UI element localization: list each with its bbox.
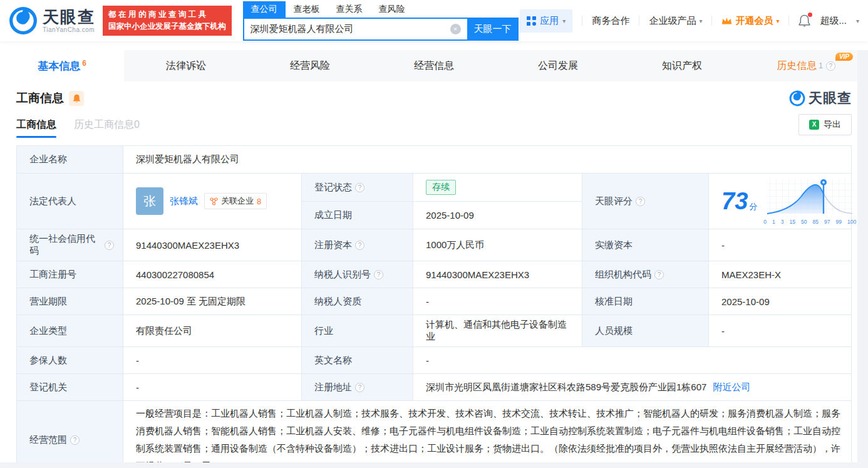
caret-down-icon: ▾ xyxy=(562,18,566,24)
help-icon[interactable]: ? xyxy=(654,270,664,279)
nearby-companies-link[interactable]: 附近公司 xyxy=(713,382,750,392)
help-icon[interactable]: ? xyxy=(826,61,835,71)
credit-code-value: 91440300MAEX23EHX3 xyxy=(123,229,302,261)
english-name-value: - xyxy=(413,347,852,374)
english-name-label: 英文名称 xyxy=(302,347,413,374)
promo-banner: 都 在 用 的 商 业 查 询 工 具 国家中小企业发展子基金旗下机构 xyxy=(103,6,232,36)
help-icon[interactable]: ? xyxy=(636,197,645,206)
insured-count-value: - xyxy=(123,347,302,374)
tab-basic-info[interactable]: 基本信息 6 xyxy=(0,50,124,81)
related-count: 8 xyxy=(257,197,261,206)
org-code-label: 组织机构代码 ? xyxy=(582,261,709,288)
tab-business-info[interactable]: 经营信息 xyxy=(372,50,496,81)
tab-company-development[interactable]: 公司发展 xyxy=(496,50,620,81)
notification-bell-icon[interactable] xyxy=(798,14,810,27)
section-title: 工商信息 xyxy=(16,90,64,107)
score-label: 天眼评分 ? xyxy=(582,174,709,229)
reg-authority-label: 登记机关 xyxy=(17,374,123,401)
tianyancha-logo-icon xyxy=(789,90,805,107)
vip-badge: VIP xyxy=(835,53,853,61)
subscribe-bell-button[interactable] xyxy=(69,91,84,106)
approval-date-value: 2025-10-09 xyxy=(709,288,852,315)
header: 天眼查 TianYanCha.com 都 在 用 的 商 业 查 询 工 具 国… xyxy=(0,0,868,41)
subtab-history-business-info[interactable]: 历史工商信息0 xyxy=(74,118,140,138)
tab-intellectual-property[interactable]: 知识产权 xyxy=(620,50,744,81)
row-reg-authority: 登记机关 - 注册地址 ? 深圳市光明区凤凰街道塘家社区科农路589号爱克股份产… xyxy=(17,374,852,401)
nav-enterprise-products[interactable]: 企业级产品 ▾ xyxy=(649,15,702,27)
help-icon[interactable]: ? xyxy=(355,183,364,192)
legal-rep-avatar[interactable]: 张 xyxy=(136,187,163,215)
caret-down-icon: ▾ xyxy=(699,18,702,24)
taxpayer-id-label: 纳税人识别号 ? xyxy=(302,261,413,288)
tab-operational-risk[interactable]: 经营风险 xyxy=(248,50,372,81)
row-business-scope: 经营范围 ? 一般经营项目是：工业机器人销售；工业机器人制造；技术服务、技术开发… xyxy=(17,401,852,468)
staff-size-label: 人员规模 xyxy=(582,315,709,347)
main-content: 工商信息 天眼查 工商信息 历史工商信息0 xyxy=(0,89,868,468)
bottom-scrollbar-gutter[interactable] xyxy=(0,462,868,468)
row-legal-rep: 法定代表人 张 张锋斌 xyxy=(17,174,852,202)
staff-size-value: - xyxy=(709,315,852,347)
industry-label: 行业 xyxy=(302,315,413,347)
nav-cooperation[interactable]: 商务合作 xyxy=(592,15,629,27)
row-company-type: 企业类型 有限责任公司 行业 计算机、通信和其他电子设备制造业 人员规模 - xyxy=(17,315,852,347)
search-input[interactable] xyxy=(243,18,467,41)
clear-icon[interactable]: × xyxy=(450,24,461,34)
help-icon[interactable]: ? xyxy=(355,241,364,250)
export-button[interactable]: X 导出 xyxy=(798,114,852,135)
search-tab-relation[interactable]: 查关系 xyxy=(328,1,371,18)
row-reg-number: 工商注册号 440300227080854 纳税人识别号 ? 91440300M… xyxy=(17,261,852,288)
help-icon[interactable]: ? xyxy=(70,435,80,445)
establish-date-label: 成立日期 xyxy=(302,202,413,229)
reg-status-label: 登记状态 ? xyxy=(302,174,413,202)
subtab-business-info[interactable]: 工商信息 xyxy=(16,118,56,138)
help-icon[interactable]: ? xyxy=(105,241,114,250)
row-insured-count: 参保人数 - 英文名称 - xyxy=(17,347,852,374)
tab-history-info[interactable]: VIP 历史信息 1 ? xyxy=(744,50,868,81)
promo-line1: 都 在 用 的 商 业 查 询 工 具 xyxy=(108,9,226,21)
scrollbar-gutter[interactable] xyxy=(857,50,868,468)
legal-rep-value: 张 张锋斌 关联企业 8 xyxy=(123,174,302,229)
legal-rep-link[interactable]: 张锋斌 xyxy=(170,195,198,207)
search-area: 查公司 查老板 查关系 查风险 × 天眼一下 xyxy=(243,1,519,41)
tab-count: 6 xyxy=(82,59,86,68)
credit-code-label: 统一社会信用代码 ? xyxy=(17,229,123,261)
apps-menu[interactable]: 应用 ▾ xyxy=(520,9,572,33)
reg-capital-value: 1000万人民币 xyxy=(413,229,582,261)
help-icon[interactable]: ? xyxy=(374,270,383,279)
page: 天眼查 TianYanCha.com 都 在 用 的 商 业 查 询 工 具 国… xyxy=(0,0,868,468)
caret-down-icon: ▾ xyxy=(776,18,779,24)
company-name-value: 深圳爱矩机器人有限公司 xyxy=(123,146,852,174)
company-type-label: 企业类型 xyxy=(17,315,123,347)
apps-label: 应用 xyxy=(540,15,559,27)
tab-legal-proceedings[interactable]: 法律诉讼 xyxy=(124,50,248,81)
divider xyxy=(788,16,789,26)
legal-rep-label: 法定代表人 xyxy=(17,174,123,229)
taxpayer-quality-label: 纳税人资质 xyxy=(302,288,413,315)
industry-value: 计算机、通信和其他电子设备制造业 xyxy=(413,315,582,347)
score-number: 73 xyxy=(721,188,748,214)
divider xyxy=(639,16,639,26)
paid-capital-label: 实缴资本 xyxy=(582,229,709,261)
approval-date-label: 核准日期 xyxy=(582,288,709,315)
bell-icon xyxy=(73,94,81,103)
score-distribution-chart: 0131550859799100 xyxy=(763,177,856,225)
reg-number-label: 工商注册号 xyxy=(17,261,123,288)
search-tab-company[interactable]: 查公司 xyxy=(243,1,286,18)
score-value: 73分 xyxy=(709,174,852,229)
help-icon[interactable]: ? xyxy=(355,383,364,392)
search-tab-boss[interactable]: 查老板 xyxy=(286,1,328,18)
nav-open-vip[interactable]: 开通会员 ▾ xyxy=(721,15,779,27)
tianyancha-logo-icon xyxy=(9,6,38,35)
reg-number-value: 440300227080854 xyxy=(123,261,302,288)
business-scope-value: 一般经营项目是：工业机器人销售；工业机器人制造；技术服务、技术开发、技术咨询、技… xyxy=(123,401,852,468)
search-tab-risk[interactable]: 查风险 xyxy=(371,1,413,18)
notification-dot xyxy=(808,13,812,17)
related-companies-badge[interactable]: 关联企业 8 xyxy=(204,193,267,209)
nav-account[interactable]: 超级... xyxy=(820,15,847,27)
business-scope-label: 经营范围 ? xyxy=(17,401,123,468)
logo-title: 天眼查 xyxy=(43,9,95,25)
tianyancha-logo[interactable]: 天眼查 TianYanCha.com xyxy=(9,6,95,35)
taxpayer-id-value: 91440300MAEX23EHX3 xyxy=(413,261,582,288)
crown-icon xyxy=(721,16,732,25)
search-button[interactable]: 天眼一下 xyxy=(467,18,519,41)
